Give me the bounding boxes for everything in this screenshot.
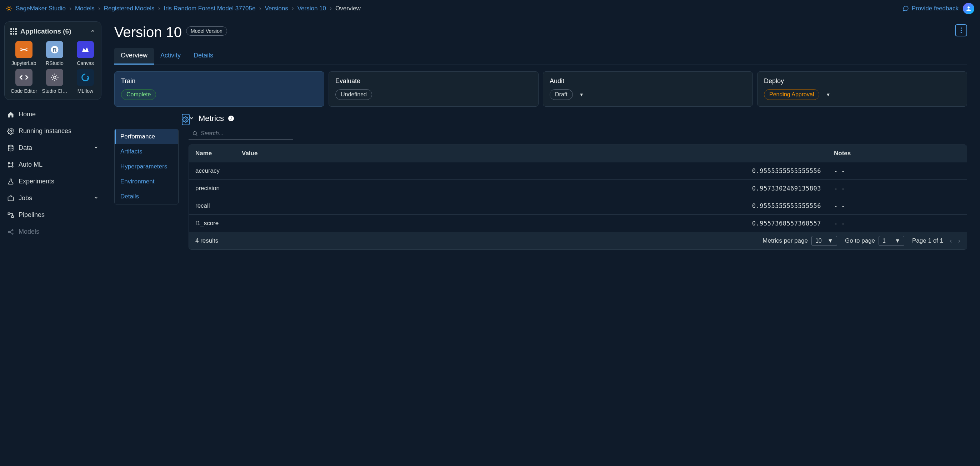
app-studio-classic[interactable]: Studio Cl… (40, 69, 69, 94)
status-badge: Undefined (336, 89, 372, 100)
flask-icon (7, 178, 14, 185)
stage-audit[interactable]: Audit Draft ▼ (543, 71, 753, 107)
sidebar-item-pipelines[interactable]: Pipelines (4, 207, 102, 223)
chevron-down-icon (189, 114, 194, 123)
tabs: Overview Activity Details (114, 48, 967, 65)
sidebar-nav: Home Running instances Data Auto ML Expe… (4, 106, 102, 240)
subnav-performance[interactable]: Performance (115, 129, 178, 144)
filter-input[interactable] (114, 114, 179, 125)
sidebar: Applications (6) JupyterLab R RStudio Ca… (0, 17, 106, 466)
svg-point-17 (960, 27, 962, 29)
sidebar-item-auto-ml[interactable]: Auto ML (4, 157, 102, 173)
breadcrumb-link[interactable]: SageMaker Studio (16, 5, 66, 12)
caret-down-icon: ▼ (827, 238, 833, 244)
tab-activity[interactable]: Activity (154, 48, 187, 65)
svg-point-16 (12, 233, 13, 234)
chevron-down-icon (94, 195, 99, 202)
provide-feedback-link[interactable]: Provide feedback (902, 5, 959, 12)
gear-icon (7, 128, 14, 135)
metrics-search[interactable] (189, 127, 293, 139)
metric-notes: - - (827, 180, 967, 197)
subnav: Performance Artifacts Hyperparameters En… (114, 129, 178, 204)
table-row: f1_score 0.9557368557368557 - - (189, 214, 967, 232)
svg-point-0 (8, 8, 10, 10)
profile-avatar[interactable] (963, 3, 974, 14)
status-badge: Complete (121, 89, 156, 100)
sidebar-item-models[interactable]: Models (4, 224, 102, 240)
app-canvas[interactable]: Canvas (71, 41, 100, 66)
pipeline-icon (7, 212, 14, 219)
sidebar-item-label: Models (19, 228, 39, 236)
app-mlflow[interactable]: MLflow (71, 69, 100, 94)
code-editor-icon (15, 69, 32, 86)
app-label: Code Editor (10, 88, 38, 94)
svg-point-7 (8, 162, 9, 163)
app-rstudio[interactable]: R RStudio (40, 41, 69, 66)
chevron-right-icon: › (329, 5, 332, 12)
grip-icon (10, 28, 17, 35)
breadcrumb-link[interactable]: Versions (265, 5, 288, 12)
jupyterlab-icon (15, 41, 32, 58)
sidebar-item-label: Auto ML (19, 161, 43, 168)
svg-rect-12 (8, 212, 10, 214)
svg-point-10 (12, 166, 13, 167)
model-version-badge: Model Version (186, 26, 227, 36)
status-dropdown[interactable]: Pending Approval ▼ (764, 89, 830, 100)
caret-down-icon: ▼ (826, 92, 830, 97)
stage-name: Train (121, 78, 318, 85)
metric-notes: - - (827, 197, 967, 214)
sidebar-item-data[interactable]: Data (4, 140, 102, 156)
app-jupyterlab[interactable]: JupyterLab (10, 41, 38, 66)
svg-point-14 (8, 231, 9, 232)
sidebar-item-label: Jobs (19, 195, 32, 202)
kebab-icon (960, 27, 962, 33)
applications-panel: Applications (6) JupyterLab R RStudio Ca… (4, 21, 102, 100)
app-code-editor[interactable]: Code Editor (10, 69, 38, 94)
metric-value: 0.9555555555555556 (235, 197, 827, 214)
search-icon (192, 131, 198, 136)
column-header-name[interactable]: Name (189, 145, 235, 162)
metric-name: precision (189, 180, 235, 197)
search-input[interactable] (201, 130, 293, 137)
metric-name: f1_score (189, 215, 235, 232)
breadcrumb-link[interactable]: Iris Random Forest Model 37705e (164, 5, 255, 12)
prev-page-button[interactable]: ‹ (950, 237, 952, 245)
breadcrumb-link[interactable]: Registered Models (104, 5, 154, 12)
goto-page-select[interactable]: 1▼ (878, 236, 904, 246)
subnav-details[interactable]: Details (115, 189, 178, 204)
breadcrumb-link[interactable]: Version 10 (298, 5, 326, 12)
sidebar-item-running-instances[interactable]: Running instances (4, 123, 102, 139)
sidebar-item-experiments[interactable]: Experiments (4, 173, 102, 189)
subnav-artifacts[interactable]: Artifacts (115, 144, 178, 159)
next-page-button[interactable]: › (958, 237, 960, 245)
status-dropdown[interactable]: Draft ▼ (550, 89, 584, 100)
caret-down-icon: ▼ (895, 238, 900, 244)
metric-name: accuracy (189, 162, 235, 179)
column-header-notes[interactable]: Notes (827, 145, 967, 162)
subnav-hyperparameters[interactable]: Hyperparameters (115, 159, 178, 174)
sidebar-item-label: Running instances (19, 127, 72, 135)
stage-evaluate[interactable]: Evaluate Undefined (329, 71, 539, 107)
stage-deploy[interactable]: Deploy Pending Approval ▼ (757, 71, 967, 107)
svg-point-8 (12, 162, 13, 163)
per-page-select[interactable]: 10▼ (811, 236, 837, 246)
page-indicator: Page 1 of 1 (912, 237, 943, 244)
breadcrumb-link[interactable]: Models (75, 5, 95, 12)
caret-down-icon: ▼ (579, 92, 584, 97)
sidebar-item-jobs[interactable]: Jobs (4, 190, 102, 206)
sidebar-item-label: Home (19, 111, 36, 118)
subnav-environment[interactable]: Environment (115, 174, 178, 189)
metric-value: 0.9573302469135803 (235, 180, 827, 197)
applications-toggle[interactable]: Applications (6) (10, 26, 96, 37)
app-label: Canvas (71, 60, 100, 66)
column-header-value[interactable]: Value (235, 145, 827, 162)
info-icon[interactable]: i (228, 116, 234, 121)
metrics-header[interactable]: Metrics i (189, 114, 967, 123)
stage-train[interactable]: Train Complete (114, 71, 324, 107)
actions-menu-button[interactable] (955, 24, 967, 36)
page-title: Version 10 (114, 24, 182, 40)
breadcrumb-current: Overview (336, 5, 361, 12)
tab-overview[interactable]: Overview (114, 48, 154, 65)
tab-details[interactable]: Details (187, 48, 220, 65)
sidebar-item-home[interactable]: Home (4, 106, 102, 122)
